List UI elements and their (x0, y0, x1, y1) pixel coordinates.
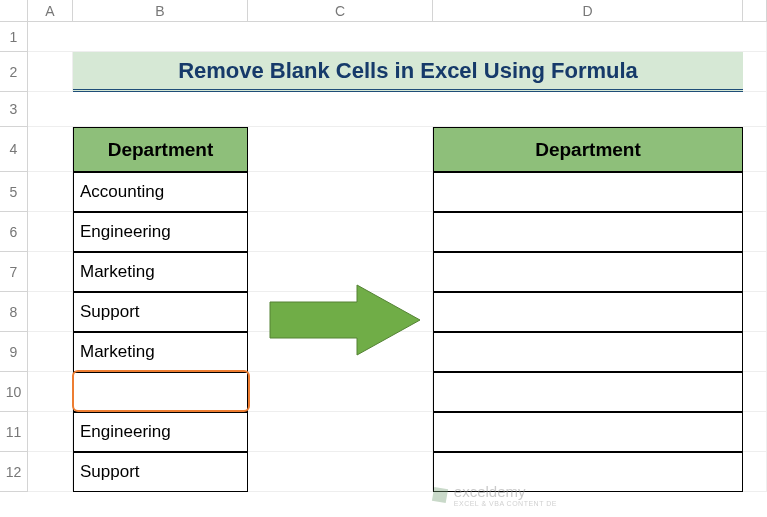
table2-cell-3[interactable] (433, 292, 743, 332)
cell-A8[interactable] (28, 292, 73, 332)
table1-cell-3[interactable]: Support (73, 292, 248, 332)
watermark-brand: exceldemy (454, 483, 526, 500)
cell-E6[interactable] (743, 212, 767, 252)
cell-A9[interactable] (28, 332, 73, 372)
cell-C4[interactable] (248, 127, 433, 172)
table1-cell-7[interactable]: Support (73, 452, 248, 492)
table1-cell-2[interactable]: Marketing (73, 252, 248, 292)
row-header-11[interactable]: 11 (0, 412, 28, 452)
row-header-4[interactable]: 4 (0, 127, 28, 172)
row-header-6[interactable]: 6 (0, 212, 28, 252)
col-header-A[interactable]: A (28, 0, 73, 22)
col-header-C[interactable]: C (248, 0, 433, 22)
cell-E8[interactable] (743, 292, 767, 332)
cell-C10[interactable] (248, 372, 433, 412)
table2-cell-0[interactable] (433, 172, 743, 212)
cell-E10[interactable] (743, 372, 767, 412)
cell-C12[interactable] (248, 452, 433, 492)
row-header-3[interactable]: 3 (0, 92, 28, 127)
cell-A2[interactable] (28, 52, 73, 92)
cell-E9[interactable] (743, 332, 767, 372)
cell-C5[interactable] (248, 172, 433, 212)
row-header-5[interactable]: 5 (0, 172, 28, 212)
grid-corner (0, 0, 28, 22)
cell-E7[interactable] (743, 252, 767, 292)
cell-E12[interactable] (743, 452, 767, 492)
table2-cell-4[interactable] (433, 332, 743, 372)
row-header-2[interactable]: 2 (0, 52, 28, 92)
col-header-blank (743, 0, 767, 22)
cell-A7[interactable] (28, 252, 73, 292)
cell-row3[interactable] (28, 92, 767, 127)
row-header-7[interactable]: 7 (0, 252, 28, 292)
table2-cell-1[interactable] (433, 212, 743, 252)
table2-cell-2[interactable] (433, 252, 743, 292)
row-header-8[interactable]: 8 (0, 292, 28, 332)
table1-cell-5[interactable] (73, 372, 248, 412)
cell-E4[interactable] (743, 127, 767, 172)
cell-C6[interactable] (248, 212, 433, 252)
cell-A4[interactable] (28, 127, 73, 172)
cell-A12[interactable] (28, 452, 73, 492)
cell-E11[interactable] (743, 412, 767, 452)
row-header-10[interactable]: 10 (0, 372, 28, 412)
col-header-B[interactable]: B (73, 0, 248, 22)
cell-C9[interactable] (248, 332, 433, 372)
title-banner: Remove Blank Cells in Excel Using Formul… (73, 52, 743, 92)
table1-cell-4[interactable]: Marketing (73, 332, 248, 372)
col-header-D[interactable]: D (433, 0, 743, 22)
cell-A6[interactable] (28, 212, 73, 252)
row-header-1[interactable]: 1 (0, 22, 28, 52)
cell-row1[interactable] (28, 22, 767, 52)
table2-header[interactable]: Department (433, 127, 743, 172)
table2-cell-5[interactable] (433, 372, 743, 412)
table1-cell-0[interactable]: Accounting (73, 172, 248, 212)
table2-cell-6[interactable] (433, 412, 743, 452)
watermark: exceldemy EXCEL & VBA CONTENT DE (431, 483, 557, 507)
cell-C8[interactable] (248, 292, 433, 332)
svg-rect-1 (432, 487, 448, 503)
cell-E5[interactable] (743, 172, 767, 212)
table1-header[interactable]: Department (73, 127, 248, 172)
cell-E2[interactable] (743, 52, 767, 92)
cell-A5[interactable] (28, 172, 73, 212)
watermark-tagline: EXCEL & VBA CONTENT DE (454, 500, 557, 507)
table1-cell-6[interactable]: Engineering (73, 412, 248, 452)
row-header-9[interactable]: 9 (0, 332, 28, 372)
cell-A11[interactable] (28, 412, 73, 452)
cell-A10[interactable] (28, 372, 73, 412)
table1-cell-1[interactable]: Engineering (73, 212, 248, 252)
cell-C7[interactable] (248, 252, 433, 292)
row-header-12[interactable]: 12 (0, 452, 28, 492)
watermark-icon (431, 486, 449, 504)
cell-C11[interactable] (248, 412, 433, 452)
spreadsheet-grid: A B C D 1 2 Remove Blank Cells in Excel … (0, 0, 767, 492)
